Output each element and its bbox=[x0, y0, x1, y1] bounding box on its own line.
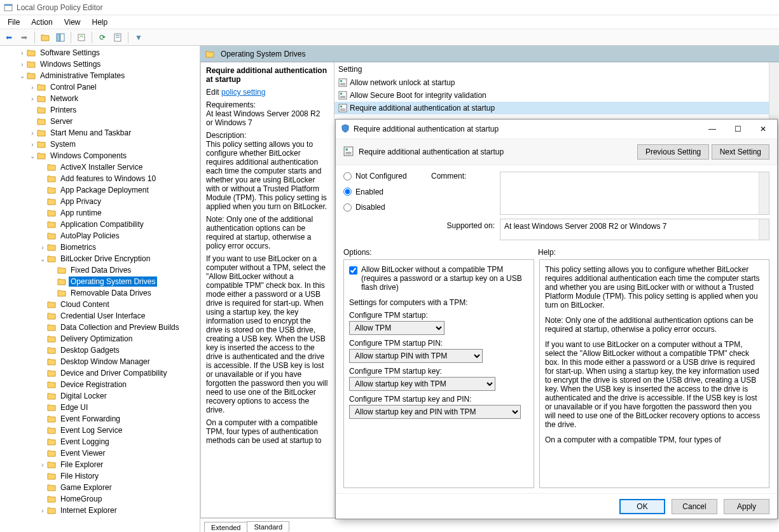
tree-label[interactable]: Game Explorer bbox=[59, 482, 114, 493]
configure-tpm-pin-select[interactable]: Allow startup PIN with TPM bbox=[349, 349, 483, 363]
scrollbar-vertical[interactable] bbox=[759, 219, 769, 240]
next-setting-button[interactable]: Next Setting bbox=[712, 144, 769, 160]
allow-without-tpm-checkbox[interactable]: Allow BitLocker without a compatible TPM… bbox=[349, 265, 528, 292]
tree-node[interactable]: Delivery Optimization bbox=[1, 333, 200, 344]
close-button[interactable]: ✕ bbox=[750, 120, 776, 138]
tree-chevron-icon[interactable] bbox=[38, 507, 47, 514]
tree-node[interactable]: Network bbox=[1, 93, 200, 104]
tree-label[interactable]: App Privacy bbox=[59, 196, 103, 207]
minimize-button[interactable]: — bbox=[700, 120, 725, 138]
tree-node[interactable]: Digital Locker bbox=[1, 390, 200, 402]
tree-node[interactable]: App runtime bbox=[1, 207, 200, 219]
tree-node[interactable]: File Explorer bbox=[1, 459, 200, 470]
edit-policy-link[interactable]: policy setting bbox=[221, 88, 265, 97]
setting-item[interactable]: Allow network unlock at startup bbox=[334, 76, 778, 89]
tab-extended[interactable]: Extended bbox=[204, 522, 247, 532]
btn-show-hide-tree[interactable] bbox=[54, 31, 67, 44]
tree-label[interactable]: File Explorer bbox=[59, 460, 105, 470]
tree-node[interactable]: Event Logging bbox=[1, 436, 200, 447]
btn-forward[interactable]: ➡ bbox=[18, 31, 31, 44]
tree-label[interactable]: Digital Locker bbox=[59, 391, 109, 401]
tree-label[interactable]: Data Collection and Preview Builds bbox=[59, 322, 181, 332]
tree-label[interactable]: Delivery Optimization bbox=[59, 334, 134, 344]
btn-refresh[interactable]: ⟳ bbox=[96, 31, 109, 44]
dialog-titlebar[interactable]: Require additional authentication at sta… bbox=[336, 119, 777, 139]
tree-node[interactable]: Biometrics bbox=[1, 242, 200, 253]
tree-chevron-icon[interactable] bbox=[28, 130, 37, 137]
tree-node[interactable]: App Package Deployment bbox=[1, 184, 200, 196]
tree-node[interactable]: Internet Explorer bbox=[1, 505, 200, 516]
tree-node[interactable]: App Privacy bbox=[1, 196, 200, 207]
settings-header[interactable]: Setting bbox=[334, 64, 778, 76]
tree-label[interactable]: App runtime bbox=[59, 208, 104, 218]
tree-label[interactable]: Network bbox=[48, 93, 80, 104]
btn-properties[interactable] bbox=[111, 31, 124, 44]
tree-chevron-icon[interactable] bbox=[38, 244, 47, 251]
tree-node[interactable]: Add features to Windows 10 bbox=[1, 173, 200, 184]
tree-node[interactable]: Device Registration bbox=[1, 379, 200, 390]
tree-chevron-icon[interactable] bbox=[28, 141, 37, 148]
radio-disabled[interactable]: Disabled bbox=[343, 203, 426, 212]
tree-label[interactable]: Event Logging bbox=[59, 437, 111, 447]
tree-node[interactable]: Software Settings bbox=[1, 47, 200, 58]
tree-label[interactable]: Device and Driver Compatibility bbox=[59, 368, 169, 378]
tree-node[interactable]: Data Collection and Preview Builds bbox=[1, 322, 200, 333]
tree-label[interactable]: HomeGroup bbox=[59, 494, 104, 504]
tree-node[interactable]: Edge UI bbox=[1, 402, 200, 413]
tree-label[interactable]: Start Menu and Taskbar bbox=[48, 128, 133, 138]
radio-not-configured[interactable]: Not Configured bbox=[343, 172, 426, 181]
btn-up[interactable] bbox=[39, 31, 52, 44]
tree-label[interactable]: Software Settings bbox=[38, 48, 102, 58]
tree-node[interactable]: Desktop Window Manager bbox=[1, 356, 200, 367]
tree-label[interactable]: Windows Settings bbox=[38, 59, 102, 69]
tree-label[interactable]: Desktop Window Manager bbox=[59, 357, 152, 367]
tree-node[interactable]: BitLocker Drive Encryption bbox=[1, 253, 200, 264]
tree-chevron-icon[interactable] bbox=[18, 50, 27, 57]
tree-chevron-icon[interactable] bbox=[28, 84, 37, 91]
tree-node[interactable]: System bbox=[1, 139, 200, 150]
tree-node[interactable]: Control Panel bbox=[1, 81, 200, 93]
tree-node[interactable]: AutoPlay Policies bbox=[1, 230, 200, 242]
btn-filter[interactable]: ▼ bbox=[132, 31, 145, 44]
tree-node[interactable]: Game Explorer bbox=[1, 482, 200, 493]
tree-label[interactable]: BitLocker Drive Encryption bbox=[59, 254, 152, 264]
tree-node[interactable]: Event Log Service bbox=[1, 425, 200, 436]
tree-label[interactable]: Fixed Data Drives bbox=[69, 265, 133, 275]
menu-file[interactable]: File bbox=[3, 17, 25, 28]
tree-label[interactable]: Desktop Gadgets bbox=[59, 345, 121, 355]
tree-node[interactable]: Removable Data Drives bbox=[1, 287, 200, 299]
tree-label[interactable]: Cloud Content bbox=[59, 299, 111, 310]
tree-node[interactable]: Start Menu and Taskbar bbox=[1, 127, 200, 139]
btn-back[interactable]: ⬅ bbox=[3, 31, 15, 44]
radio-enabled[interactable]: Enabled bbox=[343, 188, 426, 196]
ok-button[interactable]: OK bbox=[619, 499, 665, 514]
tree-label[interactable]: Removable Data Drives bbox=[69, 288, 153, 298]
tree-label[interactable]: Device Registration bbox=[59, 379, 128, 390]
tree-label[interactable]: System bbox=[48, 139, 78, 149]
tree-label[interactable]: Administrative Templates bbox=[38, 71, 127, 81]
setting-item[interactable]: Require additional authentication at sta… bbox=[334, 102, 778, 114]
tree-node[interactable]: Operating System Drives bbox=[1, 276, 200, 287]
tree-label[interactable]: Printers bbox=[48, 105, 78, 115]
tree-label[interactable]: Internet Explorer bbox=[59, 505, 119, 515]
setting-item[interactable]: Allow Secure Boot for integrity validati… bbox=[334, 89, 778, 102]
tree-label[interactable]: Control Panel bbox=[48, 82, 99, 92]
tree-label[interactable]: Event Viewer bbox=[59, 448, 107, 458]
tree-node[interactable]: Application Compatibility bbox=[1, 219, 200, 230]
tree-node[interactable]: Credential User Interface bbox=[1, 310, 200, 322]
tree-chevron-icon[interactable] bbox=[38, 256, 47, 263]
tree-label[interactable]: Operating System Drives bbox=[69, 276, 157, 287]
previous-setting-button[interactable]: Previous Setting bbox=[637, 144, 709, 160]
maximize-button[interactable]: ☐ bbox=[725, 120, 750, 138]
tree-label[interactable]: Server bbox=[48, 116, 74, 126]
tree-node[interactable]: HomeGroup bbox=[1, 493, 200, 505]
tree-label[interactable]: Windows Components bbox=[48, 151, 128, 161]
tree-node[interactable]: Cloud Content bbox=[1, 299, 200, 310]
tree-label[interactable]: File History bbox=[59, 471, 100, 481]
tree-chevron-icon[interactable] bbox=[28, 153, 37, 160]
tree-label[interactable]: Event Log Service bbox=[59, 425, 124, 435]
menu-action[interactable]: Action bbox=[26, 17, 57, 28]
menu-view[interactable]: View bbox=[59, 17, 86, 28]
menu-help[interactable]: Help bbox=[87, 17, 113, 28]
tree-chevron-icon[interactable] bbox=[18, 61, 27, 68]
